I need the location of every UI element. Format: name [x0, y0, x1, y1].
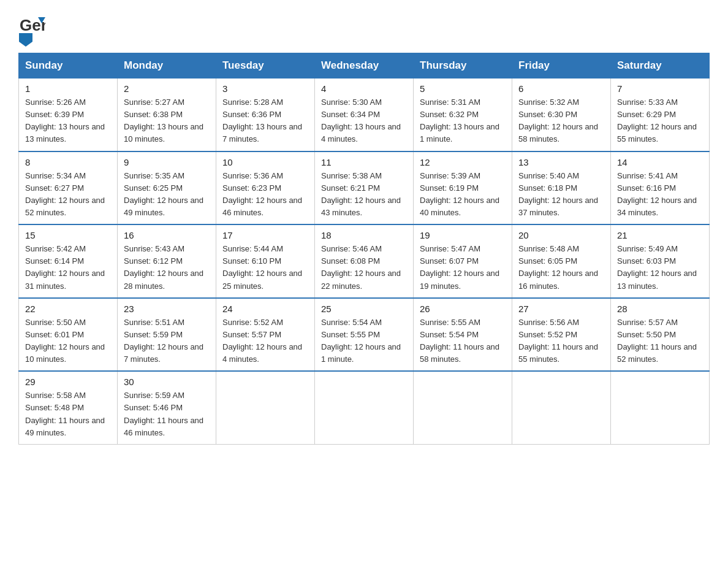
- day-info: Sunrise: 5:52 AMSunset: 5:57 PMDaylight:…: [222, 316, 308, 366]
- calendar-cell: 16Sunrise: 5:43 AMSunset: 6:12 PMDayligh…: [118, 224, 216, 298]
- calendar-cell: [216, 371, 315, 444]
- calendar-cell: 14Sunrise: 5:41 AMSunset: 6:16 PMDayligh…: [611, 151, 710, 225]
- calendar-cell: [315, 371, 414, 444]
- day-number: 18: [321, 230, 407, 240]
- calendar-cell: 4Sunrise: 5:30 AMSunset: 6:34 PMDaylight…: [315, 79, 414, 151]
- day-info: Sunrise: 5:59 AMSunset: 5:46 PMDaylight:…: [124, 389, 210, 439]
- weekday-header-wednesday: Wednesday: [315, 53, 414, 79]
- calendar-cell: [512, 371, 611, 444]
- day-number: 14: [617, 157, 703, 167]
- calendar-cell: 1Sunrise: 5:26 AMSunset: 6:39 PMDaylight…: [19, 79, 118, 151]
- day-number: 11: [321, 157, 407, 167]
- calendar-cell: [611, 371, 710, 444]
- day-info: Sunrise: 5:57 AMSunset: 5:50 PMDaylight:…: [617, 316, 703, 366]
- day-info: Sunrise: 5:58 AMSunset: 5:48 PMDaylight:…: [25, 389, 111, 439]
- day-number: 7: [617, 83, 703, 94]
- day-info: Sunrise: 5:40 AMSunset: 6:18 PMDaylight:…: [518, 170, 604, 220]
- calendar-cell: 3Sunrise: 5:28 AMSunset: 6:36 PMDaylight…: [216, 79, 315, 151]
- calendar-cell: 28Sunrise: 5:57 AMSunset: 5:50 PMDayligh…: [611, 298, 710, 372]
- calendar-cell: 27Sunrise: 5:56 AMSunset: 5:52 PMDayligh…: [512, 298, 611, 372]
- day-number: 29: [25, 377, 111, 387]
- calendar-cell: 21Sunrise: 5:49 AMSunset: 6:03 PMDayligh…: [611, 224, 710, 298]
- day-number: 6: [518, 83, 604, 94]
- day-info: Sunrise: 5:43 AMSunset: 6:12 PMDaylight:…: [124, 243, 210, 293]
- day-number: 30: [124, 377, 210, 387]
- calendar-cell: 7Sunrise: 5:33 AMSunset: 6:29 PMDaylight…: [611, 79, 710, 151]
- day-number: 9: [124, 157, 210, 167]
- day-number: 19: [420, 230, 506, 240]
- day-info: Sunrise: 5:34 AMSunset: 6:27 PMDaylight:…: [25, 170, 111, 220]
- calendar-cell: 6Sunrise: 5:32 AMSunset: 6:30 PMDaylight…: [512, 79, 611, 151]
- calendar-cell: 30Sunrise: 5:59 AMSunset: 5:46 PMDayligh…: [118, 371, 216, 444]
- calendar-cell: 22Sunrise: 5:50 AMSunset: 6:01 PMDayligh…: [19, 298, 118, 372]
- calendar-cell: 17Sunrise: 5:44 AMSunset: 6:10 PMDayligh…: [216, 224, 315, 298]
- day-info: Sunrise: 5:36 AMSunset: 6:23 PMDaylight:…: [222, 170, 308, 220]
- weekday-header-row: SundayMondayTuesdayWednesdayThursdayFrid…: [19, 53, 710, 79]
- day-info: Sunrise: 5:54 AMSunset: 5:55 PMDaylight:…: [321, 316, 407, 366]
- calendar-cell: 26Sunrise: 5:55 AMSunset: 5:54 PMDayligh…: [414, 298, 512, 372]
- day-number: 4: [321, 83, 407, 94]
- weekday-header-tuesday: Tuesday: [216, 53, 315, 79]
- day-number: 27: [518, 304, 604, 314]
- day-info: Sunrise: 5:28 AMSunset: 6:36 PMDaylight:…: [222, 96, 308, 146]
- calendar-cell: 18Sunrise: 5:46 AMSunset: 6:08 PMDayligh…: [315, 224, 414, 298]
- day-info: Sunrise: 5:41 AMSunset: 6:16 PMDaylight:…: [617, 170, 703, 220]
- calendar-cell: 25Sunrise: 5:54 AMSunset: 5:55 PMDayligh…: [315, 298, 414, 372]
- day-number: 20: [518, 230, 604, 240]
- day-info: Sunrise: 5:51 AMSunset: 5:59 PMDaylight:…: [124, 316, 210, 366]
- calendar-table: SundayMondayTuesdayWednesdayThursdayFrid…: [18, 53, 710, 445]
- day-number: 25: [321, 304, 407, 314]
- day-number: 5: [420, 83, 506, 94]
- day-number: 23: [124, 304, 210, 314]
- day-info: Sunrise: 5:38 AMSunset: 6:21 PMDaylight:…: [321, 170, 407, 220]
- day-info: Sunrise: 5:49 AMSunset: 6:03 PMDaylight:…: [617, 243, 703, 293]
- calendar-cell: 12Sunrise: 5:39 AMSunset: 6:19 PMDayligh…: [414, 151, 512, 225]
- calendar-week-row: 29Sunrise: 5:58 AMSunset: 5:48 PMDayligh…: [19, 371, 710, 444]
- day-number: 10: [222, 157, 308, 167]
- day-number: 28: [617, 304, 703, 314]
- logo: General: [18, 12, 47, 47]
- calendar-cell: 20Sunrise: 5:48 AMSunset: 6:05 PMDayligh…: [512, 224, 611, 298]
- calendar-cell: 10Sunrise: 5:36 AMSunset: 6:23 PMDayligh…: [216, 151, 315, 225]
- day-number: 22: [25, 304, 111, 314]
- day-info: Sunrise: 5:50 AMSunset: 6:01 PMDaylight:…: [25, 316, 111, 366]
- day-number: 13: [518, 157, 604, 167]
- day-number: 8: [25, 157, 111, 167]
- day-info: Sunrise: 5:47 AMSunset: 6:07 PMDaylight:…: [420, 243, 506, 293]
- weekday-header-friday: Friday: [512, 53, 611, 79]
- day-number: 1: [25, 83, 111, 94]
- day-info: Sunrise: 5:31 AMSunset: 6:32 PMDaylight:…: [420, 96, 506, 146]
- day-info: Sunrise: 5:39 AMSunset: 6:19 PMDaylight:…: [420, 170, 506, 220]
- calendar-cell: 11Sunrise: 5:38 AMSunset: 6:21 PMDayligh…: [315, 151, 414, 225]
- day-number: 21: [617, 230, 703, 240]
- day-info: Sunrise: 5:46 AMSunset: 6:08 PMDaylight:…: [321, 243, 407, 293]
- day-number: 24: [222, 304, 308, 314]
- day-info: Sunrise: 5:35 AMSunset: 6:25 PMDaylight:…: [124, 170, 210, 220]
- weekday-header-monday: Monday: [118, 53, 216, 79]
- calendar-cell: 23Sunrise: 5:51 AMSunset: 5:59 PMDayligh…: [118, 298, 216, 372]
- calendar-cell: 2Sunrise: 5:27 AMSunset: 6:38 PMDaylight…: [118, 79, 216, 151]
- day-number: 26: [420, 304, 506, 314]
- day-info: Sunrise: 5:32 AMSunset: 6:30 PMDaylight:…: [518, 96, 604, 146]
- calendar-cell: 9Sunrise: 5:35 AMSunset: 6:25 PMDaylight…: [118, 151, 216, 225]
- day-info: Sunrise: 5:56 AMSunset: 5:52 PMDaylight:…: [518, 316, 604, 366]
- weekday-header-sunday: Sunday: [19, 53, 118, 79]
- day-number: 17: [222, 230, 308, 240]
- logo-arrow-icon: [19, 33, 32, 47]
- day-info: Sunrise: 5:27 AMSunset: 6:38 PMDaylight:…: [124, 96, 210, 146]
- day-number: 3: [222, 83, 308, 94]
- day-info: Sunrise: 5:33 AMSunset: 6:29 PMDaylight:…: [617, 96, 703, 146]
- calendar-week-row: 1Sunrise: 5:26 AMSunset: 6:39 PMDaylight…: [19, 79, 710, 151]
- day-number: 15: [25, 230, 111, 240]
- calendar-cell: 29Sunrise: 5:58 AMSunset: 5:48 PMDayligh…: [19, 371, 118, 444]
- page-header: General: [18, 12, 710, 47]
- calendar-cell: 19Sunrise: 5:47 AMSunset: 6:07 PMDayligh…: [414, 224, 512, 298]
- day-info: Sunrise: 5:48 AMSunset: 6:05 PMDaylight:…: [518, 243, 604, 293]
- day-info: Sunrise: 5:44 AMSunset: 6:10 PMDaylight:…: [222, 243, 308, 293]
- day-number: 2: [124, 83, 210, 94]
- day-info: Sunrise: 5:55 AMSunset: 5:54 PMDaylight:…: [420, 316, 506, 366]
- calendar-week-row: 15Sunrise: 5:42 AMSunset: 6:14 PMDayligh…: [19, 224, 710, 298]
- weekday-header-saturday: Saturday: [611, 53, 710, 79]
- day-number: 16: [124, 230, 210, 240]
- day-number: 12: [420, 157, 506, 167]
